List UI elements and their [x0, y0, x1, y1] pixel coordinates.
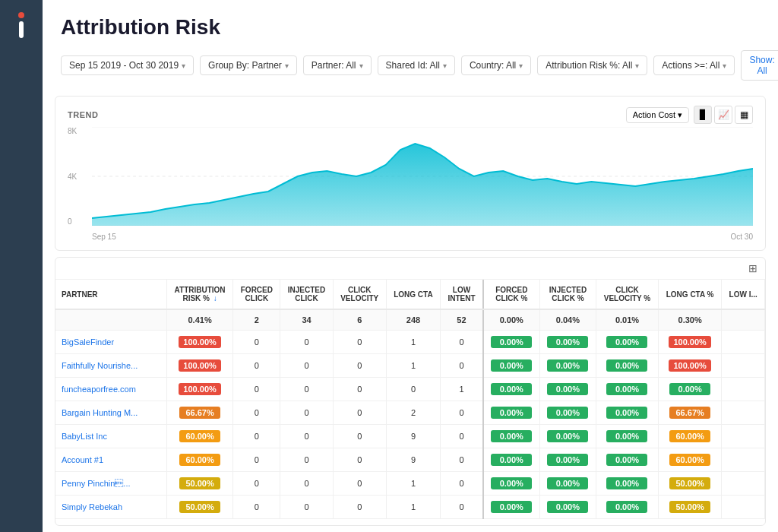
cell-forced-click: 0	[233, 331, 280, 354]
cell-attribution-risk: 100.00%	[166, 331, 233, 354]
cell-long-cta-pct: 0.00%	[658, 378, 721, 401]
cell-long-cta-pct: 50.00%	[658, 496, 721, 519]
group-by-filter[interactable]: Group By: Partner ▾	[200, 55, 297, 75]
cell-forced-click: 0	[233, 496, 280, 519]
page-title: Attribution Risk	[61, 15, 760, 40]
table-row: Penny Pinchin... 50.00% 0 0 0 1 0 0.00%…	[55, 472, 765, 496]
cell-forced-click: 0	[233, 472, 280, 496]
cell-injected-click: 0	[280, 354, 333, 378]
x-label-start: Sep 15	[92, 233, 116, 241]
cell-low-intent-pct	[722, 354, 765, 378]
cell-click-velocity: 0	[333, 496, 386, 519]
cell-low-intent: 0	[441, 472, 483, 496]
data-table-section[interactable]: ⊞ PARTNER ATTRIBUTIONRISK % ↓ FORCEDCLIC…	[55, 257, 766, 526]
totals-click-velocity-pct: 0.01%	[596, 309, 659, 331]
chevron-down-icon: ▾	[285, 62, 289, 70]
cell-forced-click-pct: 0.00%	[483, 448, 540, 472]
cell-long-cta: 0	[386, 378, 441, 401]
actions-filter[interactable]: Actions >=: All ▾	[653, 55, 735, 75]
cell-low-intent: 0	[441, 448, 483, 472]
cell-partner[interactable]: Bargain Hunting M...	[55, 401, 166, 425]
cell-forced-click: 0	[233, 425, 280, 448]
totals-low-intent-pct	[722, 309, 765, 331]
cell-partner[interactable]: Simply Rebekah	[55, 496, 166, 519]
y-label-8k: 8K	[68, 127, 89, 135]
cell-partner[interactable]: Penny Pinchin...	[55, 472, 166, 496]
cell-click-velocity-pct: 0.00%	[596, 448, 659, 472]
cell-forced-click-pct: 0.00%	[483, 331, 540, 354]
cell-injected-click: 0	[280, 472, 333, 496]
logo-rect	[19, 21, 24, 38]
col-forced-click-pct[interactable]: FORCEDCLICK %	[483, 280, 540, 309]
table-settings-button[interactable]: ⊞	[748, 262, 757, 274]
cell-attribution-risk: 60.00%	[166, 425, 233, 448]
col-long-cta-pct[interactable]: LONG CTA %	[658, 280, 721, 309]
line-chart-btn[interactable]: 📈	[714, 106, 732, 124]
cell-low-intent-pct	[722, 331, 765, 354]
cell-forced-click-pct: 0.00%	[483, 378, 540, 401]
cell-low-intent-pct	[722, 425, 765, 448]
table-row: Bargain Hunting M... 66.67% 0 0 0 2 0 0.…	[55, 401, 765, 425]
cell-long-cta: 9	[386, 448, 441, 472]
table-row: Simply Rebekah 50.00% 0 0 0 1 0 0.00% 0.…	[55, 496, 765, 519]
cell-long-cta-pct: 60.00%	[658, 448, 721, 472]
col-forced-click[interactable]: FORCEDCLICK	[233, 280, 280, 309]
table-row: funcheaporfree.com 100.00% 0 0 0 0 1 0.0…	[55, 378, 765, 401]
show-filter[interactable]: Show: All ▾	[741, 50, 778, 81]
date-range-filter[interactable]: Sep 15 2019 - Oct 30 2019 ▾	[61, 55, 194, 75]
cell-low-intent: 0	[441, 354, 483, 378]
col-injected-click[interactable]: INJECTEDCLICK	[280, 280, 333, 309]
action-cost-button[interactable]: Action Cost ▾	[626, 107, 689, 123]
shared-id-filter[interactable]: Shared Id: All ▾	[378, 55, 455, 75]
cell-injected-click: 0	[280, 425, 333, 448]
chart-type-buttons: ▊ 📈 ▦	[694, 106, 753, 124]
cell-long-cta: 9	[386, 425, 441, 448]
totals-forced-click: 2	[233, 309, 280, 331]
cell-low-intent: 0	[441, 331, 483, 354]
cell-injected-click-pct: 0.00%	[539, 448, 596, 472]
trend-section: TREND Action Cost ▾ ▊ 📈 ▦ 8K 4K 0	[55, 96, 766, 251]
cell-click-velocity: 0	[333, 472, 386, 496]
trend-chart: 8K 4K 0	[68, 127, 753, 241]
col-long-cta[interactable]: LONG CTA	[386, 280, 441, 309]
cell-click-velocity-pct: 0.00%	[596, 425, 659, 448]
partner-filter[interactable]: Partner: All ▾	[303, 55, 372, 75]
col-low-intent[interactable]: LOWINTENT	[441, 280, 483, 309]
table-toolbar: ⊞	[55, 258, 765, 280]
cell-attribution-risk: 100.00%	[166, 378, 233, 401]
cell-long-cta-pct: 50.00%	[658, 472, 721, 496]
area-chart-btn[interactable]: ▦	[735, 106, 753, 124]
col-attribution-risk[interactable]: ATTRIBUTIONRISK % ↓	[166, 280, 233, 309]
bar-chart-btn[interactable]: ▊	[694, 106, 712, 124]
totals-low-intent: 52	[441, 309, 483, 331]
cell-injected-click: 0	[280, 378, 333, 401]
col-injected-click-pct[interactable]: INJECTEDCLICK %	[539, 280, 596, 309]
attribution-risk-filter[interactable]: Attribution Risk %: All ▾	[537, 55, 647, 75]
table-row: Faithfully Nourishe... 100.00% 0 0 0 1 0…	[55, 354, 765, 378]
cell-click-velocity: 0	[333, 401, 386, 425]
attribution-table: PARTNER ATTRIBUTIONRISK % ↓ FORCEDCLICK …	[55, 280, 765, 519]
chevron-down-icon: ▾	[635, 62, 639, 70]
totals-row: 0.41% 2 34 6 248 52 0.00% 0.04% 0.01% 0.…	[55, 309, 765, 331]
cell-click-velocity: 0	[333, 331, 386, 354]
cell-long-cta-pct: 100.00%	[658, 354, 721, 378]
cell-injected-click-pct: 0.00%	[539, 378, 596, 401]
app-logo[interactable]	[14, 12, 29, 40]
col-click-velocity[interactable]: CLICKVELOCITY	[333, 280, 386, 309]
col-low-intent-pct[interactable]: LOW I...	[722, 280, 765, 309]
cell-long-cta: 1	[386, 331, 441, 354]
cell-low-intent-pct	[722, 378, 765, 401]
cell-click-velocity-pct: 0.00%	[596, 496, 659, 519]
cell-partner[interactable]: Account #1	[55, 448, 166, 472]
x-label-end: Oct 30	[731, 233, 753, 241]
cell-partner[interactable]: BabyList Inc	[55, 425, 166, 448]
table-header-row: PARTNER ATTRIBUTIONRISK % ↓ FORCEDCLICK …	[55, 280, 765, 309]
cell-partner[interactable]: Faithfully Nourishe...	[55, 354, 166, 378]
col-click-velocity-pct[interactable]: CLICKVELOCITY %	[596, 280, 659, 309]
cell-partner[interactable]: funcheaporfree.com	[55, 378, 166, 401]
cell-attribution-risk: 50.00%	[166, 496, 233, 519]
country-filter[interactable]: Country: All ▾	[461, 55, 531, 75]
cell-click-velocity-pct: 0.00%	[596, 331, 659, 354]
cell-long-cta-pct: 60.00%	[658, 425, 721, 448]
cell-partner[interactable]: BigSaleFinder	[55, 331, 166, 354]
